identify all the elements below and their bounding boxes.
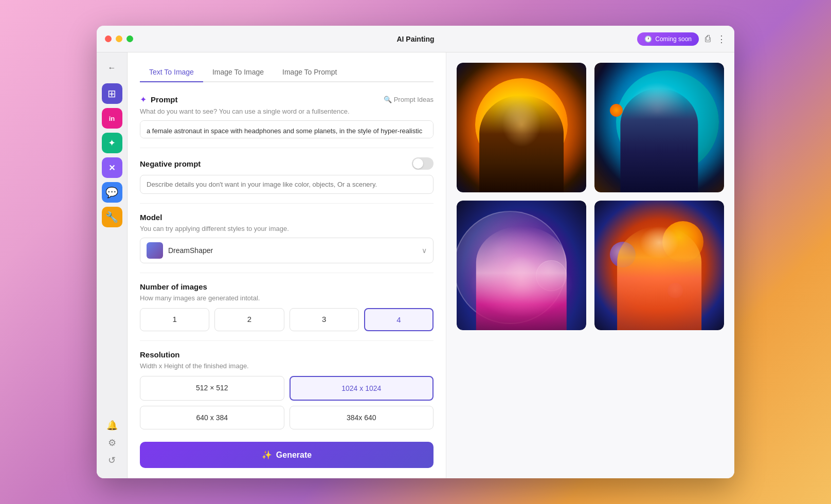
settings-icon[interactable]: ⚙: [108, 437, 116, 448]
model-title: Model: [140, 213, 162, 222]
prompt-input[interactable]: a female astronaut in space with headpho…: [140, 120, 433, 138]
titlebar-actions: 🕐 Coming soon ⎙ ⋮: [637, 32, 726, 46]
x-icon: ✕: [109, 163, 115, 173]
tab-image-to-image[interactable]: Image To Image: [203, 63, 273, 82]
prompt-title: Prompt: [151, 95, 178, 104]
generated-image-2: [594, 63, 724, 192]
negative-prompt-input[interactable]: [140, 175, 433, 194]
coming-soon-badge: 🕐 Coming soon: [637, 32, 699, 46]
toggle-knob: [413, 158, 423, 169]
star-icon: ✦: [140, 95, 147, 104]
grid-icon: ⊞: [107, 87, 116, 100]
tools-icon: 🔧: [105, 211, 118, 223]
res-btn-640-384[interactable]: 640 x 384: [140, 406, 284, 429]
model-name: DreamShaper: [168, 246, 417, 255]
res-btn-1024[interactable]: 1024 x 1024: [290, 376, 434, 401]
sidebar-item-x[interactable]: ✕: [102, 157, 122, 178]
back-button[interactable]: ←: [103, 59, 121, 77]
app-body: ← ⊞ in ✦ ✕ 💬 🔧 🔔 ⚙ ↺: [97, 52, 734, 478]
num-btn-3[interactable]: 3: [290, 308, 359, 331]
resolution-title: Resolution: [140, 350, 180, 359]
clock-icon: 🕐: [644, 35, 652, 43]
bell-icon[interactable]: 🔔: [106, 420, 118, 431]
share-icon[interactable]: ⎙: [705, 33, 711, 44]
main-panel: Text To Image Image To Image Image To Pr…: [128, 52, 446, 478]
gallery-item-4[interactable]: [594, 201, 724, 330]
res-btn-384-640[interactable]: 384x 640: [290, 406, 434, 429]
model-description: You can try applying different styles to…: [140, 225, 433, 232]
model-selector[interactable]: DreamShaper ∨: [140, 238, 433, 263]
linkedin-icon: in: [109, 115, 115, 122]
close-button[interactable]: [105, 35, 112, 42]
minimize-button[interactable]: [116, 35, 122, 42]
sidebar-item-grid[interactable]: ⊞: [102, 83, 122, 104]
negative-prompt-title: Negative prompt: [140, 159, 201, 168]
resolution-grid: 512 × 512 1024 x 1024 640 x 384 384x 640: [140, 376, 433, 429]
tab-image-to-prompt[interactable]: Image To Prompt: [273, 63, 346, 82]
num-images-grid: 1 2 3 4: [140, 308, 433, 331]
gallery-item-3[interactable]: [457, 201, 586, 330]
num-btn-2[interactable]: 2: [214, 308, 284, 331]
chevron-down-icon: ∨: [422, 246, 427, 255]
traffic-lights: [105, 35, 133, 42]
gallery-item-2[interactable]: [594, 63, 724, 192]
ai-icon: ✦: [108, 137, 116, 149]
tabs: Text To Image Image To Image Image To Pr…: [140, 63, 433, 82]
generated-image-1: [457, 63, 586, 192]
gallery-item-1[interactable]: [457, 63, 586, 192]
generated-image-3: [457, 201, 586, 330]
titlebar: AI Painting 🕐 Coming soon ⎙ ⋮: [97, 26, 734, 52]
sidebar-item-ai[interactable]: ✦: [102, 133, 122, 153]
sidebar-item-social[interactable]: in: [102, 108, 122, 129]
tab-text-to-image[interactable]: Text To Image: [140, 63, 203, 82]
resolution-description: Width x Height of the finished image.: [140, 362, 433, 370]
num-btn-4[interactable]: 4: [364, 308, 433, 331]
sidebar-item-tools[interactable]: 🔧: [102, 207, 122, 227]
negative-prompt-toggle[interactable]: [412, 157, 433, 170]
negative-prompt-header: Negative prompt: [140, 157, 433, 170]
back-arrow-icon: ←: [108, 63, 116, 73]
gallery-panel: [446, 52, 734, 478]
refresh-icon[interactable]: ↺: [108, 455, 116, 466]
prompt-section-header: ✦ Prompt 🔍 Prompt Ideas: [140, 95, 433, 104]
num-btn-1[interactable]: 1: [140, 308, 209, 331]
chat-icon: 💬: [105, 186, 118, 199]
model-avatar: [147, 242, 163, 259]
window-title: AI Painting: [396, 35, 434, 43]
more-icon[interactable]: ⋮: [717, 33, 726, 45]
sidebar-item-chat[interactable]: 💬: [102, 182, 122, 203]
model-section-header: Model: [140, 213, 433, 222]
generated-image-4: [594, 201, 724, 330]
gallery-grid: [457, 63, 724, 330]
res-btn-512[interactable]: 512 × 512: [140, 376, 284, 401]
prompt-description: What do you want to see? You can use a s…: [140, 107, 433, 115]
resolution-header: Resolution: [140, 350, 433, 359]
app-window: AI Painting 🕐 Coming soon ⎙ ⋮ ← ⊞ in ✦: [97, 26, 734, 478]
prompt-ideas-link[interactable]: 🔍 Prompt Ideas: [384, 96, 433, 103]
sidebar-bottom: 🔔 ⚙ ↺: [106, 420, 118, 472]
wand-icon: ✨: [262, 450, 272, 460]
num-images-description: How many images are generated intotal.: [140, 294, 433, 302]
search-icon: 🔍: [384, 96, 392, 103]
sidebar: ← ⊞ in ✦ ✕ 💬 🔧 🔔 ⚙ ↺: [97, 52, 128, 478]
num-images-title: Number of images: [140, 282, 207, 291]
maximize-button[interactable]: [127, 35, 133, 42]
generate-button[interactable]: ✨ Generate: [140, 442, 433, 468]
num-images-header: Number of images: [140, 282, 433, 291]
